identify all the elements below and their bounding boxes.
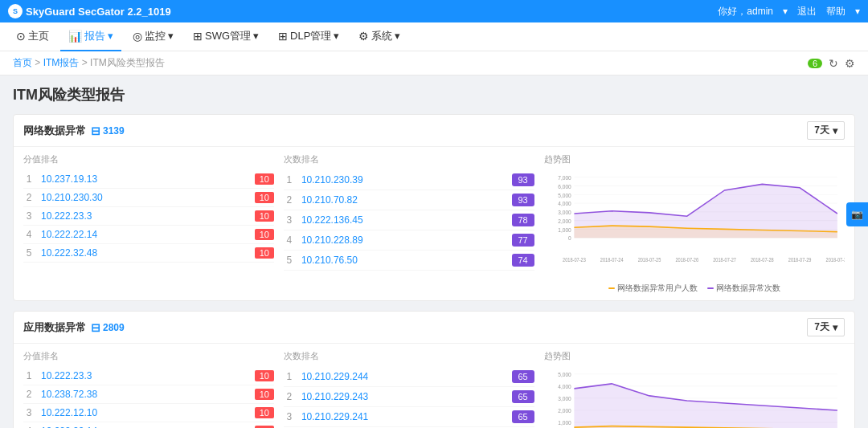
- table-row: 4 10.222.22.14 10: [23, 226, 274, 244]
- monitor-chevron: ▾: [168, 30, 174, 42]
- nav-dlp[interactable]: ⊞ DLP管理 ▾: [270, 22, 347, 51]
- rank-ip[interactable]: 10.222.23.3: [41, 210, 248, 222]
- rank-score: 10: [255, 192, 274, 203]
- nav-monitor[interactable]: ◎ 监控 ▾: [125, 22, 182, 51]
- rank-score: 10: [255, 407, 274, 418]
- network-score-header: 分值排名: [23, 153, 274, 165]
- table-row: 1 10.210.229.244 65: [284, 367, 534, 387]
- breadcrumb-bar: 首页 > ITM报告 > ITM风险类型报告 6 ↻ ⚙: [0, 51, 868, 75]
- network-chart-area: 趋势图 7,0006,0005,0004,0003,0002,0001,0000…: [544, 153, 845, 294]
- rank-ip[interactable]: 10.222.22.14: [41, 229, 248, 240]
- settings-icon[interactable]: ⚙: [845, 57, 855, 70]
- table-row: 3 10.222.12.10 10: [23, 404, 274, 422]
- app-count: 2809: [103, 322, 125, 333]
- rank-ip[interactable]: 10.210.228.89: [301, 234, 506, 246]
- nav-home[interactable]: ⊙ 主页: [8, 22, 57, 51]
- network-actions: 7天 ▾: [807, 121, 845, 140]
- rank-ip[interactable]: 10.210.76.50: [301, 255, 506, 266]
- network-count-group: ⊟ 3139: [91, 124, 125, 137]
- rank-number: 4: [23, 229, 35, 240]
- top-bar-right: 你好，admin ▾ 退出 帮助 ▾: [718, 5, 860, 18]
- network-rank-table: 次数排名 1 10.210.230.39 93 2 10.210.70.82 9…: [284, 153, 534, 294]
- rank-ip[interactable]: 10.237.19.13: [41, 173, 248, 185]
- nav-swg[interactable]: ⊞ SWG管理 ▾: [185, 22, 267, 51]
- network-legend-users: 网络数据异常用户人数: [608, 283, 698, 294]
- table-row: 5 10.222.32.48 10: [23, 244, 274, 263]
- rank-number: 5: [284, 255, 295, 266]
- app-rank-header: 次数排名: [284, 350, 534, 362]
- network-count: 3139: [103, 125, 125, 137]
- svg-text:2018-07-30: 2018-07-30: [825, 258, 845, 263]
- rank-number: 2: [284, 391, 295, 402]
- help-link[interactable]: 帮助: [826, 5, 845, 18]
- app-chart-area: 趋势图 5,0004,0003,0002,0001,00002018-07-23…: [544, 350, 845, 428]
- table-row: 2 10.210.230.30 10: [23, 189, 274, 207]
- svg-text:3,000: 3,000: [558, 396, 571, 402]
- rank-number: 1: [284, 371, 295, 382]
- nav-system[interactable]: ⚙ 系统 ▾: [350, 22, 408, 51]
- rank-ip[interactable]: 10.210.229.243: [301, 391, 506, 402]
- svg-text:2018-07-27: 2018-07-27: [713, 258, 736, 263]
- rank-ip[interactable]: 10.222.136.45: [301, 214, 506, 226]
- svg-text:2018-07-25: 2018-07-25: [637, 258, 661, 263]
- network-time-chevron: ▾: [833, 125, 837, 137]
- top-bar: S SkyGuard SecGator 2.2_1019 你好，admin ▾ …: [0, 0, 868, 22]
- svg-text:1,000: 1,000: [558, 420, 571, 426]
- svg-text:2018-07-24: 2018-07-24: [600, 258, 624, 263]
- breadcrumb: 首页 > ITM报告 > ITM风险类型报告: [13, 56, 165, 70]
- camera-icon: 📷: [851, 209, 863, 220]
- breadcrumb-home[interactable]: 首页: [13, 57, 32, 68]
- rank-count: 65: [512, 370, 534, 383]
- reports-icon: 📊: [68, 30, 82, 43]
- app-chart: 5,0004,0003,0002,0001,00002018-07-232018…: [544, 365, 845, 428]
- swg-chevron: ▾: [253, 30, 259, 42]
- svg-text:3,000: 3,000: [558, 210, 571, 215]
- app-title-group: 应用数据异常 ⊟ 2809: [23, 320, 125, 335]
- rank-count: 74: [512, 254, 534, 267]
- app-time-selector[interactable]: 7天 ▾: [807, 318, 845, 336]
- rank-ip[interactable]: 10.210.230.39: [301, 174, 506, 185]
- rank-ip[interactable]: 10.210.229.241: [301, 411, 506, 422]
- network-section-header: 网络数据异常 ⊟ 3139 7天 ▾: [14, 115, 854, 147]
- monitor-icon: ◎: [133, 30, 142, 43]
- app-title: 应用数据异常: [23, 320, 86, 335]
- nav-reports-label: 报告: [84, 29, 105, 43]
- rank-ip[interactable]: 10.210.70.82: [301, 194, 506, 206]
- network-section: 网络数据异常 ⊟ 3139 7天 ▾ 分值排名 1 10.237.19.13 1…: [13, 114, 855, 301]
- svg-text:4,000: 4,000: [558, 384, 571, 389]
- logo: S SkyGuard SecGator 2.2_1019: [8, 4, 171, 18]
- rank-number: 1: [23, 173, 35, 185]
- table-row: 1 10.222.23.3 10: [23, 367, 274, 385]
- network-legend-users-dot: [608, 287, 615, 289]
- table-row: 4 10.210.228.89 77: [284, 230, 534, 251]
- rank-ip[interactable]: 10.210.230.30: [41, 192, 248, 203]
- svg-text:5,000: 5,000: [558, 372, 571, 377]
- rank-number: 2: [23, 389, 35, 400]
- rank-ip[interactable]: 10.238.72.38: [41, 389, 248, 400]
- app-section-header: 应用数据异常 ⊟ 2809 7天 ▾: [14, 312, 854, 344]
- rank-number: 3: [23, 407, 35, 418]
- rank-ip[interactable]: 10.222.23.3: [41, 370, 248, 381]
- logout-link[interactable]: 退出: [797, 5, 817, 18]
- breadcrumb-itm[interactable]: ITM报告: [43, 57, 80, 68]
- nav-reports[interactable]: 📊 报告 ▾: [60, 22, 121, 51]
- network-chart-title: 趋势图: [544, 153, 845, 165]
- app-count-icon: ⊟: [91, 321, 100, 334]
- table-row: 2 10.210.70.82 93: [284, 190, 534, 210]
- network-time-selector[interactable]: 7天 ▾: [807, 121, 845, 140]
- refresh-icon[interactable]: ↻: [829, 57, 838, 70]
- right-sidebar-button[interactable]: 📷: [846, 202, 868, 226]
- rank-ip[interactable]: 10.210.229.244: [301, 371, 506, 382]
- app-body: 分值排名 1 10.222.23.3 10 2 10.238.72.38 10 …: [14, 344, 854, 428]
- svg-text:2,000: 2,000: [558, 408, 571, 414]
- swg-icon: ⊞: [193, 30, 203, 43]
- network-legend: 网络数据异常用户人数 网络数据异常次数: [544, 283, 845, 294]
- table-row: 3 10.210.229.241 65: [284, 407, 534, 427]
- network-rank-header: 次数排名: [284, 153, 534, 165]
- rank-ip[interactable]: 10.222.12.10: [41, 407, 248, 418]
- rank-ip[interactable]: 10.222.32.48: [41, 247, 248, 259]
- rank-count: 93: [512, 173, 534, 186]
- system-chevron: ▾: [395, 30, 400, 42]
- app-rank-rows: 1 10.210.229.244 65 2 10.210.229.243 65 …: [284, 367, 534, 428]
- app-time-chevron: ▾: [833, 322, 837, 333]
